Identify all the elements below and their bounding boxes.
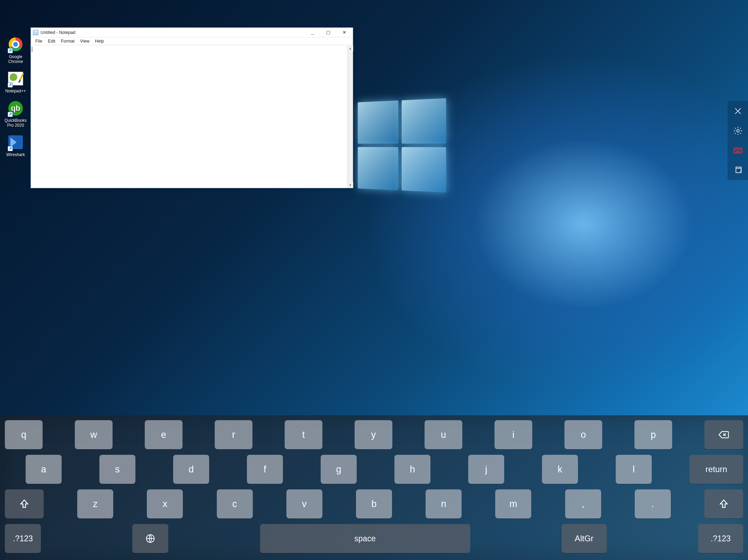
menu-file[interactable]: File — [33, 38, 45, 44]
windows-logo-glow — [358, 98, 440, 192]
menu-bar: File Edit Format View Help — [31, 37, 353, 45]
menu-format[interactable]: Format — [59, 38, 77, 44]
close-button[interactable]: ✕ — [336, 28, 352, 37]
desktop-icon-label: Notepad++ — [2, 89, 29, 93]
menu-edit[interactable]: Edit — [45, 38, 58, 44]
shortcut-arrow-icon — [8, 112, 13, 117]
maximize-button[interactable]: ▢ — [320, 28, 336, 37]
desktop-icon-label: QuickBooks Pro 2020 — [2, 118, 29, 128]
notepad-window: Untitled - Notepad ＿ ▢ ✕ File Edit Forma… — [30, 27, 353, 188]
scroll-down-icon[interactable]: ▾ — [347, 182, 353, 188]
desktop-icon-quickbooks[interactable]: qb QuickBooks Pro 2020 — [2, 101, 29, 128]
desktop-icon-label: Google Chrome — [2, 54, 29, 64]
scroll-up-icon[interactable]: ▴ — [347, 45, 353, 51]
desktop-icon-label: Wireshark — [2, 152, 29, 157]
desktop-icon-chrome[interactable]: Google Chrome — [2, 37, 29, 64]
vertical-scrollbar[interactable]: ▴ ▾ — [347, 45, 353, 188]
shortcut-arrow-icon — [8, 82, 13, 88]
minimize-button[interactable]: ＿ — [304, 28, 320, 37]
desktop-icons: Google Chrome Notepad++ qb QuickBooks Pr… — [2, 37, 29, 165]
titlebar[interactable]: Untitled - Notepad ＿ ▢ ✕ — [31, 28, 353, 37]
notepad-app-icon — [33, 30, 38, 35]
shortcut-arrow-icon — [8, 48, 13, 53]
text-editor-area[interactable] — [31, 45, 347, 188]
desktop-icon-wireshark[interactable]: Wireshark — [2, 135, 29, 157]
desktop-icon-notepadpp[interactable]: Notepad++ — [2, 72, 29, 93]
menu-help[interactable]: Help — [92, 38, 106, 44]
text-caret — [32, 47, 32, 52]
menu-view[interactable]: View — [78, 38, 92, 44]
window-title: Untitled - Notepad — [41, 30, 75, 35]
shortcut-arrow-icon — [8, 146, 13, 151]
